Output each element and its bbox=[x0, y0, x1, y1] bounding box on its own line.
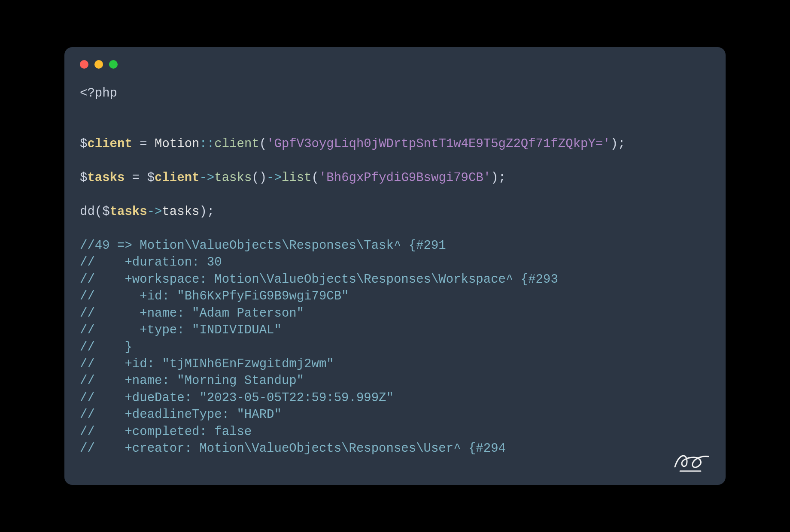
l2-semicolon: ; bbox=[498, 171, 506, 185]
comment-line: // +id: "Bh6KxPfyFiG9B9wgi79CB" bbox=[80, 289, 349, 303]
comment-line: // +creator: Motion\ValueObjects\Respons… bbox=[80, 441, 506, 456]
l2-equals: = bbox=[125, 171, 147, 185]
l1-sigil: $ bbox=[80, 137, 87, 151]
comment-line: // +name: "Morning Standup" bbox=[80, 374, 304, 388]
l2-arrow1: -> bbox=[199, 171, 214, 185]
l2-var-tasks: tasks bbox=[87, 171, 125, 185]
l2-empty-paren: () bbox=[252, 171, 267, 185]
comment-line: // +completed: false bbox=[80, 425, 252, 439]
l1-quote-open: ' bbox=[267, 137, 274, 151]
code-snippet: <?php $client = Motion::client('GpfV3oyg… bbox=[80, 85, 710, 457]
l2-method-tasks: tasks bbox=[214, 171, 252, 185]
code-window: <?php $client = Motion::client('GpfV3oyg… bbox=[64, 47, 726, 485]
l1-paren-close: ) bbox=[611, 137, 618, 151]
comment-line: //49 => Motion\ValueObjects\Responses\Ta… bbox=[80, 239, 446, 253]
l3-dd-fn: dd bbox=[80, 205, 95, 219]
l1-class: Motion bbox=[155, 137, 199, 151]
comment-line: // +id: "tjMINh6EnFzwgitdmj2wm" bbox=[80, 357, 334, 371]
comment-line: // +deadlineType: "HARD" bbox=[80, 408, 282, 422]
l3-paren-close: ) bbox=[199, 205, 207, 219]
l2-quote-open: ' bbox=[319, 171, 326, 185]
minimize-icon[interactable] bbox=[94, 60, 103, 69]
l3-var-tasks: tasks bbox=[110, 205, 147, 219]
l3-prop-tasks: tasks bbox=[162, 205, 199, 219]
traffic-lights bbox=[80, 60, 710, 69]
comment-line: // +workspace: Motion\ValueObjects\Respo… bbox=[80, 272, 558, 287]
l1-quote-close: ' bbox=[603, 137, 610, 151]
l2-method-list: list bbox=[282, 171, 312, 185]
php-open-tag: <?php bbox=[80, 86, 117, 100]
zoom-icon[interactable] bbox=[109, 60, 118, 69]
l2-sigil: $ bbox=[80, 171, 87, 185]
l1-method: client bbox=[214, 137, 259, 151]
l2-paren-close: ) bbox=[491, 171, 498, 185]
comment-line: // +dueDate: "2023-05-05T22:59:59.999Z" bbox=[80, 391, 394, 405]
l3-sigil: $ bbox=[102, 205, 109, 219]
close-icon[interactable] bbox=[80, 60, 88, 69]
l3-arrow: -> bbox=[147, 205, 162, 219]
l2-quote-close: ' bbox=[483, 171, 491, 185]
l1-var-client: client bbox=[87, 137, 132, 151]
l2-workspace-id-string: Bh6gxPfydiG9Bswgi79CB bbox=[326, 171, 483, 185]
l2-arrow2: -> bbox=[267, 171, 282, 185]
comment-line: // +type: "INDIVIDUAL" bbox=[80, 323, 282, 337]
comment-line: // +name: "Adam Paterson" bbox=[80, 306, 304, 320]
author-signature-icon bbox=[672, 450, 711, 474]
l1-semicolon: ; bbox=[618, 137, 625, 151]
l2-paren-open: ( bbox=[312, 171, 319, 185]
l2-sigil2: $ bbox=[147, 171, 155, 185]
l1-paren-open: ( bbox=[259, 137, 267, 151]
comment-line: // } bbox=[80, 340, 132, 354]
l3-semicolon: ; bbox=[207, 205, 214, 219]
l1-apikey-string: GpfV3oygLiqh0jWDrtpSntT1w4E9T5gZ2Qf71fZQ… bbox=[274, 137, 603, 151]
l2-var-client: client bbox=[155, 171, 199, 185]
comment-line: // +duration: 30 bbox=[80, 255, 222, 269]
l3-paren-open: ( bbox=[95, 205, 102, 219]
l1-scope: :: bbox=[199, 137, 214, 151]
l1-equals: = bbox=[132, 137, 155, 151]
